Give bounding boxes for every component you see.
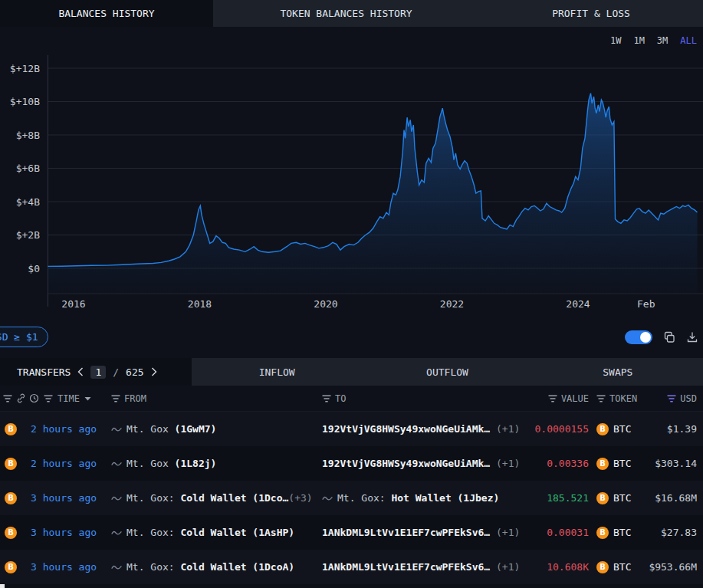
to-cell[interactable]: 192VtVjVG8HWSy49xwoNGeUiAMk… (+1) bbox=[322, 423, 520, 435]
to-name: 1ANkDML9LtVv1E1EF7cwPFEkSv6… bbox=[322, 527, 490, 538]
token-cell[interactable]: BBTC bbox=[589, 492, 642, 504]
token-cell[interactable]: BBTC bbox=[589, 561, 642, 573]
range-1m[interactable]: 1M bbox=[633, 35, 644, 46]
from-name: Cold Wallet (1AsHP) bbox=[175, 527, 295, 538]
copy-icon[interactable] bbox=[663, 331, 675, 343]
transfer-time-link[interactable]: 3 hours ago bbox=[26, 527, 107, 538]
to-extra-count: (+1) bbox=[490, 527, 520, 538]
chain-cell: B bbox=[0, 492, 26, 504]
entity-squiggle-icon bbox=[111, 529, 122, 537]
transfer-row[interactable]: B2 hours agoMt. Gox (1GwM7)192VtVjVG8HWS… bbox=[0, 412, 703, 446]
from-column-header[interactable]: FROM bbox=[107, 393, 322, 404]
value-header-label: VALUE bbox=[561, 393, 589, 404]
from-cell[interactable]: Mt. Gox: Cold Wallet (1Dco…(+3) bbox=[107, 492, 322, 504]
from-name: Cold Wallet (1Dco… bbox=[175, 492, 289, 504]
tab-profit-loss[interactable]: PROFIT & LOSS bbox=[479, 0, 703, 27]
time-range-selector: 1W 1M 3M ALL bbox=[0, 27, 703, 54]
to-entity-prefix: Mt. Gox: bbox=[337, 492, 386, 504]
bitcoin-chain-icon: B bbox=[5, 423, 17, 435]
range-all[interactable]: ALL bbox=[680, 35, 697, 46]
page-next-button[interactable] bbox=[151, 367, 157, 376]
usd-cell: $953.66M bbox=[642, 561, 703, 573]
transfer-time-link[interactable]: 2 hours ago bbox=[26, 458, 107, 469]
svg-text:Feb: Feb bbox=[637, 298, 655, 310]
from-header-label: FROM bbox=[124, 393, 146, 404]
token-cell[interactable]: BBTC bbox=[589, 458, 642, 470]
balances-history-chart[interactable]: $+12B$+10B$+8B$+6B$+4B$+2B$0201620182020… bbox=[0, 54, 703, 316]
tab-swaps[interactable]: SWAPS bbox=[533, 358, 703, 386]
to-cell[interactable]: 1ANkDML9LtVv1E1EF7cwPFEkSv6… (+1) bbox=[322, 561, 520, 573]
chart-filter-row: USD ≥ $1 bbox=[0, 316, 703, 358]
tab-inflow[interactable]: INFLOW bbox=[192, 358, 362, 386]
from-cell[interactable]: Mt. Gox: Cold Wallet (1AsHP) bbox=[107, 527, 322, 538]
caret-down-icon[interactable] bbox=[84, 396, 91, 401]
transfer-row[interactable]: B3 hours agoMt. Gox: Cold Wallet (1DcoA)… bbox=[0, 550, 703, 584]
filter-icon[interactable] bbox=[111, 395, 120, 402]
page-prev-button[interactable] bbox=[77, 367, 84, 376]
token-column-header[interactable]: TOKEN bbox=[589, 393, 642, 404]
token-symbol: BTC bbox=[613, 423, 631, 435]
transfer-row[interactable]: B2 hours agoMt. Gox (1L82j)192VtVjVG8HWS… bbox=[0, 446, 703, 481]
usd-cell: $1.39 bbox=[642, 423, 703, 435]
tab-token-balances-history[interactable]: TOKEN BALANCES HISTORY bbox=[213, 0, 479, 27]
chain-cell: B bbox=[0, 561, 26, 573]
to-name: 192VtVjVG8HWSy49xwoNGeUiAMk… bbox=[322, 458, 490, 469]
value-column-header[interactable]: VALUE bbox=[520, 393, 589, 404]
tab-transfers[interactable]: TRANSFERS 1 / 625 bbox=[0, 358, 192, 386]
usd-header-label: USD bbox=[680, 393, 697, 404]
token-cell[interactable]: BBTC bbox=[589, 423, 642, 435]
filter-icon[interactable] bbox=[596, 395, 606, 402]
from-cell[interactable]: Mt. Gox (1L82j) bbox=[107, 458, 322, 469]
svg-text:$+6B: $+6B bbox=[16, 163, 40, 174]
page-total: 625 bbox=[126, 366, 143, 378]
from-cell[interactable]: Mt. Gox (1GwM7) bbox=[107, 423, 322, 435]
bitcoin-token-icon: B bbox=[596, 423, 609, 435]
clock-icon bbox=[29, 393, 39, 403]
svg-text:$0: $0 bbox=[28, 263, 40, 274]
from-cell[interactable]: Mt. Gox: Cold Wallet (1DcoA) bbox=[107, 561, 322, 573]
transfer-row[interactable]: B3 hours agoMt. Gox: Cold Wallet (1AsHP)… bbox=[0, 515, 703, 550]
to-cell[interactable]: Mt. Gox: Hot Wallet (1Jbez) bbox=[322, 492, 520, 504]
to-header-label: TO bbox=[335, 393, 346, 404]
transfer-time-link[interactable]: 3 hours ago bbox=[26, 561, 107, 573]
svg-text:2022: 2022 bbox=[440, 298, 464, 310]
token-symbol: BTC bbox=[613, 527, 631, 538]
token-cell[interactable]: BBTC bbox=[589, 527, 642, 539]
range-1w[interactable]: 1W bbox=[610, 35, 621, 46]
filter-icon[interactable] bbox=[548, 395, 557, 402]
to-cell[interactable]: 1ANkDML9LtVv1E1EF7cwPFEkSv6… (+1) bbox=[322, 527, 520, 538]
filter-icon[interactable] bbox=[3, 395, 12, 402]
svg-text:2018: 2018 bbox=[188, 298, 212, 310]
usd-filter-chip[interactable]: USD ≥ $1 bbox=[0, 327, 48, 347]
chart-toggle-switch[interactable] bbox=[625, 330, 652, 344]
transfer-row[interactable]: B3 hours agoMt. Gox: Cold Wallet (1Dco…(… bbox=[0, 481, 703, 515]
usd-cell: $16.68M bbox=[642, 492, 703, 504]
filter-icon[interactable] bbox=[44, 395, 53, 402]
chain-column-header[interactable] bbox=[0, 393, 26, 403]
entity-squiggle-icon bbox=[322, 494, 333, 502]
scroll-artifact bbox=[0, 584, 5, 588]
link-icon[interactable] bbox=[16, 393, 26, 403]
value-cell: 0.00031 bbox=[520, 527, 589, 538]
range-3m[interactable]: 3M bbox=[657, 35, 668, 46]
download-icon[interactable] bbox=[686, 331, 698, 343]
tab-balances-history[interactable]: BALANCES HISTORY bbox=[0, 0, 213, 27]
filter-icon[interactable] bbox=[322, 395, 331, 402]
tab-token-balances-history-label: TOKEN BALANCES HISTORY bbox=[280, 8, 412, 19]
page-current: 1 bbox=[90, 366, 106, 379]
transfer-time-link[interactable]: 3 hours ago bbox=[26, 492, 107, 504]
tab-outflow[interactable]: OUTFLOW bbox=[362, 358, 532, 386]
tab-profit-loss-label: PROFIT & LOSS bbox=[552, 8, 630, 19]
entity-squiggle-icon bbox=[111, 563, 122, 571]
from-name: Cold Wallet (1DcoA) bbox=[175, 561, 295, 573]
token-header-label: TOKEN bbox=[609, 393, 637, 404]
to-column-header[interactable]: TO bbox=[322, 393, 520, 404]
filter-icon-active[interactable] bbox=[667, 395, 676, 402]
time-column-header[interactable]: TIME bbox=[26, 393, 107, 404]
bitcoin-chain-icon: B bbox=[5, 561, 17, 573]
usd-column-header[interactable]: USD bbox=[642, 393, 703, 404]
transfer-time-link[interactable]: 2 hours ago bbox=[26, 423, 107, 435]
balances-history-chart-svg[interactable]: $+12B$+10B$+8B$+6B$+4B$+2B$0201620182020… bbox=[0, 54, 703, 316]
to-cell[interactable]: 192VtVjVG8HWSy49xwoNGeUiAMk… (+1) bbox=[322, 458, 520, 469]
to-extra-count: (+1) bbox=[490, 458, 520, 469]
